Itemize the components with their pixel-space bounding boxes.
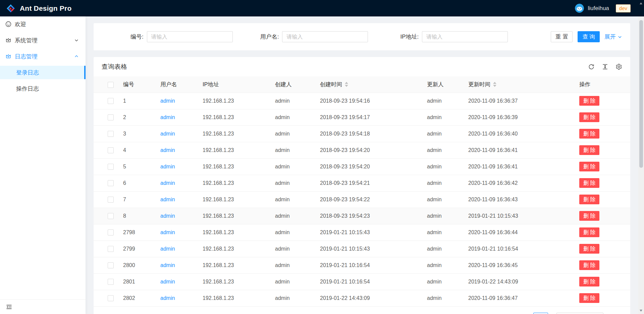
vertical-scrollbar[interactable]	[638, 0, 644, 314]
delete-button[interactable]: 删 除	[579, 195, 599, 204]
username-link[interactable]: admin	[160, 164, 175, 169]
smile-icon	[5, 21, 11, 27]
reset-button[interactable]: 重 置	[551, 31, 573, 42]
delete-button[interactable]: 删 除	[579, 178, 599, 188]
query-button[interactable]: 查 询	[578, 31, 600, 42]
cell-ip: 192.168.1.23	[197, 241, 270, 257]
username-link[interactable]: admin	[160, 147, 175, 153]
sidebar-item-welcome[interactable]: 欢迎	[0, 17, 86, 31]
delete-button[interactable]: 删 除	[579, 293, 599, 303]
delete-button[interactable]: 删 除	[579, 162, 599, 171]
username-link[interactable]: admin	[160, 131, 175, 137]
row-checkbox[interactable]	[108, 98, 114, 104]
sidebar-item-label: 操作日志	[16, 85, 39, 93]
username-link[interactable]: admin	[160, 262, 175, 268]
sidebar-item-label: 系统管理	[15, 37, 38, 44]
delete-button[interactable]: 删 除	[579, 112, 599, 122]
scrollbar-up-arrow-icon[interactable]	[640, 2, 642, 4]
table-toolbar: 查询表格	[94, 57, 630, 76]
reload-icon[interactable]	[588, 63, 595, 70]
column-header-update-time[interactable]: 更新时间	[463, 76, 574, 93]
table-row: 6 admin 192.168.1.23 admin 2018-09-23 19…	[94, 175, 630, 191]
page-size-select[interactable]	[556, 313, 603, 314]
cell-updater: admin	[422, 224, 463, 241]
density-icon[interactable]	[602, 63, 608, 70]
delete-button[interactable]: 删 除	[579, 260, 599, 270]
cell-creator: admin	[270, 125, 315, 142]
username-link[interactable]: admin	[160, 114, 175, 120]
row-checkbox[interactable]	[108, 147, 114, 153]
cell-update-time: 2020-11-09 16:36:41	[463, 158, 574, 175]
column-header-updater: 更新人	[422, 76, 463, 93]
user-avatar[interactable]	[575, 4, 584, 13]
scrollbar-down-arrow-icon[interactable]	[640, 310, 642, 312]
username-link[interactable]: admin	[160, 180, 175, 186]
cell-updater: admin	[422, 290, 463, 306]
sidebar-footer	[0, 299, 86, 314]
sidebar-item-log-management[interactable]: 日志管理	[0, 50, 86, 63]
username-link[interactable]: admin	[160, 213, 175, 219]
username[interactable]: liufeihua	[588, 5, 609, 12]
username-link[interactable]: admin	[160, 246, 175, 252]
ip-field[interactable]	[422, 31, 508, 42]
username-link[interactable]: admin	[160, 229, 175, 235]
cell-update-time: 2019-01-21 10:16:54	[463, 241, 574, 257]
menu-collapse-icon[interactable]	[6, 304, 12, 310]
delete-button[interactable]: 删 除	[579, 277, 599, 286]
delete-button[interactable]: 删 除	[579, 96, 599, 106]
row-checkbox[interactable]	[108, 229, 114, 235]
delete-button[interactable]: 删 除	[579, 211, 599, 221]
cell-creator: admin	[270, 142, 315, 158]
id-field[interactable]	[147, 31, 233, 42]
table-row: 2801 admin 192.168.1.23 admin 2019-01-21…	[94, 273, 630, 290]
row-checkbox[interactable]	[108, 131, 114, 137]
cell-ip: 192.168.1.23	[197, 175, 270, 191]
cell-create-time: 2019-01-22 14:43:09	[315, 290, 422, 306]
main-content: 编号: 用户名: IP地址: 重 置 查 询 展开 查询表格	[86, 16, 644, 314]
username-link[interactable]: admin	[160, 98, 175, 104]
pagination-page-1[interactable]: 1	[533, 313, 548, 314]
cell-creator: admin	[270, 257, 315, 273]
row-checkbox[interactable]	[108, 262, 114, 268]
row-checkbox[interactable]	[108, 295, 114, 301]
delete-button[interactable]: 删 除	[579, 129, 599, 139]
row-checkbox[interactable]	[108, 164, 114, 170]
header-right: liufeihua dev	[575, 4, 631, 13]
sidebar-item-operation-log[interactable]: 操作日志	[0, 82, 86, 95]
row-checkbox[interactable]	[108, 114, 114, 120]
row-checkbox[interactable]	[108, 213, 114, 219]
column-header-username: 用户名	[155, 76, 197, 93]
table-row: 3 admin 192.168.1.23 admin 2018-09-23 19…	[94, 125, 630, 142]
select-all-checkbox[interactable]	[108, 82, 114, 88]
sidebar-item-system-management[interactable]: 系统管理	[0, 34, 86, 47]
row-checkbox[interactable]	[108, 279, 114, 285]
row-checkbox[interactable]	[108, 246, 114, 252]
row-checkbox[interactable]	[108, 197, 114, 203]
logo[interactable]: Ant Design Pro	[6, 4, 71, 13]
cell-update-time: 2020-11-09 16:36:41	[463, 142, 574, 158]
data-table: 编号 用户名 IP地址 创建人 创建时间 更新人	[94, 76, 630, 307]
scrollbar-thumb[interactable]	[639, 20, 643, 168]
cell-create-time: 2018-09-23 19:54:23	[315, 208, 422, 224]
username-link[interactable]: admin	[160, 295, 175, 301]
cell-update-time: 2020-11-09 16:36:37	[463, 93, 574, 109]
settings-gear-icon[interactable]	[615, 63, 622, 70]
ip-field-label: IP地址:	[400, 33, 419, 41]
username-field-label: 用户名:	[260, 33, 279, 41]
username-link[interactable]: admin	[160, 197, 175, 202]
delete-button[interactable]: 删 除	[579, 227, 599, 237]
cell-ip: 192.168.1.23	[197, 142, 270, 158]
sidebar-item-login-log[interactable]: 登录日志	[0, 66, 86, 79]
delete-button[interactable]: 删 除	[579, 244, 599, 254]
username-link[interactable]: admin	[160, 279, 175, 284]
delete-button[interactable]: 删 除	[579, 145, 599, 155]
cell-creator: admin	[270, 191, 315, 208]
ant-design-logo-icon	[6, 4, 15, 13]
table-row: 7 admin 192.168.1.23 admin 2018-09-23 19…	[94, 191, 630, 208]
expand-link[interactable]: 展开	[604, 33, 622, 41]
username-field[interactable]	[282, 31, 368, 42]
row-checkbox[interactable]	[108, 180, 114, 186]
cell-updater: admin	[422, 125, 463, 142]
cell-create-time: 2018-09-23 19:54:21	[315, 175, 422, 191]
column-header-create-time[interactable]: 创建时间	[315, 76, 422, 93]
